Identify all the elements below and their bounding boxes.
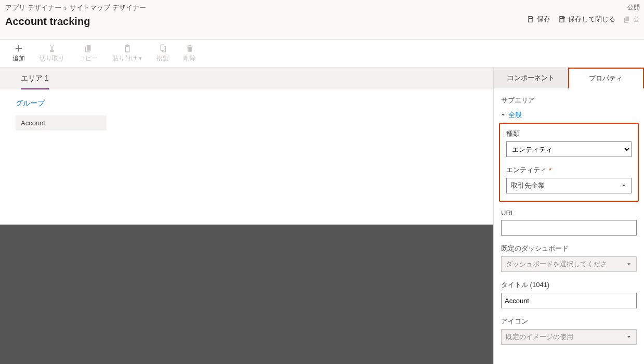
area-tab-label: エリア 1: [21, 74, 49, 90]
copy-icon: [84, 44, 93, 53]
cut-button: 切り取り: [40, 44, 64, 63]
tab-properties[interactable]: プロパティ: [568, 68, 645, 88]
scissors-icon: [47, 44, 57, 53]
plus-icon: [14, 44, 23, 53]
icon-label: アイコン: [501, 317, 637, 326]
tab-components[interactable]: コンポーネント: [494, 68, 568, 88]
chevron-down-icon: [621, 183, 627, 189]
subarea-item[interactable]: Account: [16, 115, 107, 131]
add-button[interactable]: 追加: [12, 44, 25, 63]
save-close-button[interactable]: 保存して閉じる: [558, 15, 615, 24]
chevron-down-icon: [626, 261, 632, 267]
rail-title: サブエリア: [501, 96, 637, 105]
entity-label: エンティティ*: [506, 165, 632, 175]
duplicate-icon: [158, 44, 167, 53]
delete-button: 削除: [183, 44, 196, 63]
area-tab[interactable]: エリア 1: [0, 68, 493, 89]
clone-icon: [623, 15, 631, 23]
type-label: 種類: [506, 129, 632, 138]
icon-select[interactable]: 既定のイメージの使用: [501, 329, 637, 345]
breadcrumb: アプリ デザイナー › サイトマップ デザイナー: [5, 3, 639, 12]
publish-label[interactable]: 公開: [627, 3, 640, 12]
dashboard-select: ダッシュボードを選択してくださ: [501, 256, 637, 272]
type-select[interactable]: エンティティ: [506, 141, 632, 157]
breadcrumb-current: サイトマップ デザイナー: [70, 3, 146, 12]
trash-icon: [185, 44, 194, 53]
title-label: タイトル (1041): [501, 280, 637, 290]
clipboard-icon: [123, 44, 132, 53]
save-icon: [527, 15, 535, 23]
clone-button[interactable]: 公: [623, 15, 640, 24]
duplicate-button: 複製: [156, 44, 169, 63]
save-close-icon: [558, 15, 566, 23]
canvas-empty-area: [0, 225, 493, 364]
chevron-down-icon: [500, 112, 506, 118]
url-input: [501, 220, 637, 236]
toolbar: 追加 切り取り コピー 貼り付け ▾ 複製 削除: [0, 40, 644, 68]
title-input[interactable]: [501, 293, 637, 308]
group-link[interactable]: グループ: [16, 99, 478, 108]
paste-button: 貼り付け ▾: [112, 44, 142, 63]
entity-select[interactable]: 取引先企業: [506, 178, 632, 193]
highlighted-section: 種類 エンティティ エンティティ* 取引先企業: [499, 123, 639, 202]
url-label: URL: [501, 209, 637, 217]
dashboard-label: 既定のダッシュボード: [501, 244, 637, 253]
chevron-right-icon: ›: [64, 4, 67, 12]
section-general[interactable]: 全般: [500, 110, 637, 120]
copy-button: コピー: [79, 44, 98, 63]
chevron-down-icon: [626, 334, 632, 340]
save-button[interactable]: 保存: [527, 15, 550, 24]
breadcrumb-parent[interactable]: アプリ デザイナー: [5, 3, 61, 12]
